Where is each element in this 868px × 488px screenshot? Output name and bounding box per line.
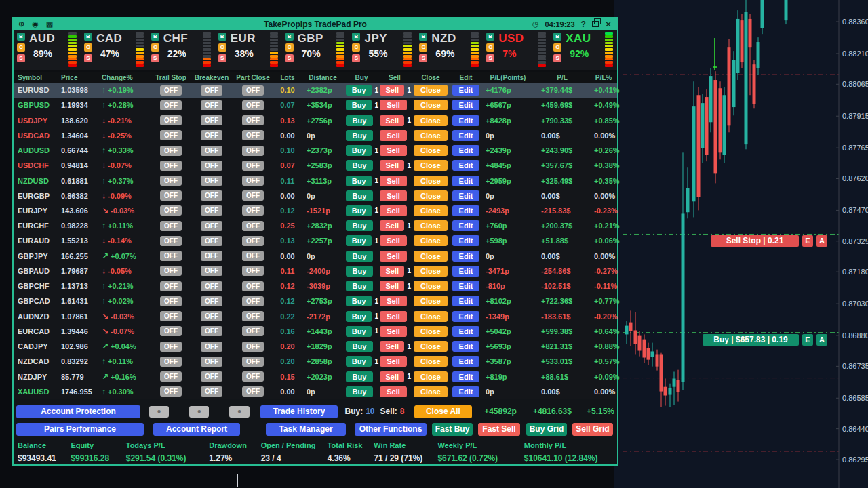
sell-button[interactable]: Sell [380,190,407,201]
sell-button[interactable]: Sell [380,205,407,216]
sell-grid-button[interactable]: Sell Grid [572,423,613,436]
edit-button[interactable]: Edit [452,130,479,141]
breakeven-toggle[interactable]: OFF [201,266,222,276]
part-close-toggle[interactable]: OFF [242,296,264,306]
buy-button[interactable]: Buy [346,386,373,397]
sell-button[interactable]: Sell [380,281,404,291]
buy-grid-button[interactable]: Buy Grid [526,423,567,436]
sell-button[interactable]: Sell [380,220,404,231]
trail-stop-toggle[interactable]: OFF [160,146,182,156]
buy-button[interactable]: Buy [346,266,373,277]
edit-button[interactable]: Edit [452,205,479,216]
jpy-close-badge[interactable]: C [352,43,360,52]
sell-button[interactable]: Sell [380,296,407,306]
edit-button[interactable]: Edit [452,326,479,337]
table-row[interactable]: NZDUSD0.61881↑+0.37%OFFOFFOFF0.11+3113pB… [14,173,617,188]
part-close-toggle[interactable]: OFF [242,161,264,171]
close-button[interactable]: Close [414,100,448,110]
aud-buy-badge[interactable]: B [17,33,25,41]
close-button[interactable]: Close [414,176,448,186]
footer-toggle-2[interactable]: ● [189,406,209,418]
close-button[interactable]: Close [414,235,448,246]
buy-button[interactable]: Buy [346,205,372,216]
buy-button[interactable]: Buy [346,145,372,156]
edit-button[interactable]: Edit [452,190,479,201]
edit-button[interactable]: Edit [452,281,479,291]
trail-stop-toggle[interactable]: OFF [160,311,182,321]
part-close-toggle[interactable]: OFF [242,190,264,201]
breakeven-toggle[interactable]: OFF [201,311,222,321]
eur-close-badge[interactable]: C [218,43,226,52]
table-row[interactable]: EURCAD1.39446↘-0.07%OFFOFFOFF0.16+1443pB… [14,324,617,339]
close-button[interactable]: Close [414,326,448,337]
sell-button[interactable]: Sell [380,85,404,96]
close-button[interactable]: Close [414,145,448,156]
part-close-toggle[interactable]: OFF [242,266,264,276]
table-row[interactable]: GBPUSD1.19934↑+0.28%OFFOFFOFF0.07+3534pB… [14,98,617,113]
sell-button[interactable]: Sell [380,130,407,141]
trail-stop-toggle[interactable]: OFF [160,130,182,140]
buy-button[interactable]: Buy [346,341,373,352]
edit-button[interactable]: Edit [452,356,479,367]
sell-button[interactable]: Sell [380,176,407,186]
trail-stop-toggle[interactable]: OFF [160,176,182,186]
edit-button[interactable]: Edit [452,100,479,110]
table-row[interactable]: NZDJPY85.779↗+0.16%OFFOFFOFF0.15+2023pBu… [14,369,617,384]
buy-button[interactable]: Buy [346,85,372,96]
close-button[interactable]: Close [414,85,448,96]
part-close-toggle[interactable]: OFF [242,386,264,396]
trail-stop-toggle[interactable]: OFF [160,115,182,125]
sell-button[interactable]: Sell [380,326,407,337]
trail-stop-toggle[interactable]: OFF [160,357,182,367]
breakeven-toggle[interactable]: OFF [201,281,222,291]
table-row[interactable]: EURCHF0.98228↑+0.11%OFFOFFOFF0.25+2832pB… [14,218,617,233]
gbp-sell-badge[interactable]: S [285,54,294,62]
buy-button[interactable]: Buy [346,130,373,141]
breakeven-toggle[interactable]: OFF [201,251,222,261]
usd-sell-badge[interactable]: S [486,54,494,62]
edit-button[interactable]: Edit [452,311,479,322]
table-row[interactable]: EURJPY143.606↘-0.03%OFFOFFOFF0.12-1521pB… [14,203,617,218]
fast-sell-button[interactable]: Fast Sell [478,423,520,436]
close-button[interactable]: Close [414,386,448,397]
part-close-toggle[interactable]: OFF [242,326,264,336]
buy-button[interactable]: Buy [346,190,373,201]
sell-button[interactable]: Sell [380,251,407,262]
close-all-button[interactable]: Close All [414,405,473,418]
buy-button[interactable]: Buy [346,176,372,186]
close-button[interactable]: Close [414,341,448,352]
part-close-toggle[interactable]: OFF [242,205,264,216]
buy-button[interactable]: Buy [346,251,373,262]
order-e-button[interactable]: E [802,334,813,346]
chf-sell-badge[interactable]: S [151,54,159,62]
buy-position-label[interactable]: Buy | $657.83 | 0.19EA [703,334,827,346]
table-row[interactable]: GBPAUD1.79687↓-0.05%OFFOFFOFF0.11-2400pB… [14,264,617,279]
sell-button[interactable]: Sell [380,371,404,382]
jpy-sell-badge[interactable]: S [352,54,360,62]
part-close-toggle[interactable]: OFF [242,371,264,382]
part-close-toggle[interactable]: OFF [242,236,264,246]
sell-button[interactable]: Sell [380,386,407,397]
breakeven-toggle[interactable]: OFF [201,115,222,125]
edit-button[interactable]: Edit [452,296,479,306]
edit-button[interactable]: Edit [452,145,479,156]
table-row[interactable]: GBPCAD1.61431↑+0.02%OFFOFFOFF0.12+2753pB… [14,293,617,308]
buy-button[interactable]: Buy [346,281,373,291]
sell-button[interactable]: Sell [380,356,407,367]
close-button[interactable]: Close [414,160,448,171]
sell-button[interactable]: Sell [380,311,407,322]
close-button[interactable]: Close [414,220,448,231]
close-button[interactable]: Close [414,251,448,262]
cad-close-badge[interactable]: C [84,43,92,52]
order-e-button[interactable]: E [802,235,813,247]
fast-buy-button[interactable]: Fast Buy [432,423,473,436]
part-close-toggle[interactable]: OFF [242,221,264,231]
buy-button[interactable]: Buy [346,296,372,306]
breakeven-toggle[interactable]: OFF [201,326,222,336]
trail-stop-toggle[interactable]: OFF [160,236,182,246]
trail-stop-toggle[interactable]: OFF [160,205,182,216]
breakeven-toggle[interactable]: OFF [201,371,222,382]
table-row[interactable]: GBPJPY166.255↗+0.07%OFFOFFOFF0.000pBuySe… [14,249,617,264]
buy-button[interactable]: Buy [346,371,373,382]
buy-button[interactable]: Buy [346,356,372,367]
